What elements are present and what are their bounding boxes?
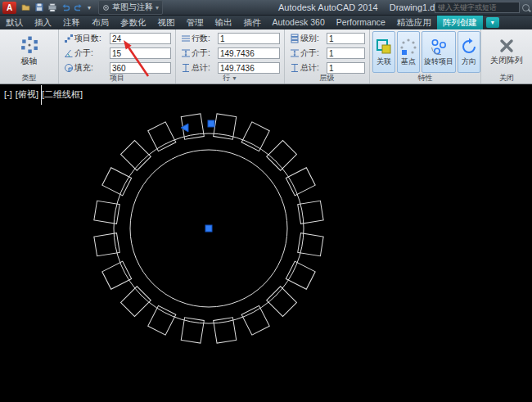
model-space[interactable]: [-] [俯视] [二维线框]: [0, 84, 532, 402]
level-total-icon: [290, 63, 300, 73]
drawing-canvas[interactable]: [0, 84, 532, 402]
tab-performance[interactable]: Performance: [331, 16, 391, 29]
workspace-selector[interactable]: 草图与注释 ▾: [98, 0, 163, 15]
viewport-controls: [-] [俯视] [二维线框]: [4, 88, 83, 101]
tab-output[interactable]: 输出: [210, 16, 238, 29]
associative-icon: [375, 38, 393, 56]
close-x-icon: [498, 38, 515, 54]
angle-between-label: 介于:: [74, 47, 110, 59]
rotate-items-button[interactable]: 旋转项目: [422, 31, 456, 73]
plot-icon[interactable]: [47, 2, 58, 13]
redo-icon[interactable]: [73, 2, 84, 13]
level-count-input[interactable]: [327, 33, 365, 44]
fill-angle-label: 填充:: [74, 62, 110, 74]
panel-rows: 行数: 介于: 总计: 行▼: [176, 29, 285, 84]
row-count-icon: [181, 34, 192, 43]
tab-featured-apps[interactable]: 精选应用: [391, 16, 437, 29]
row-spacing-icon: [181, 48, 192, 58]
associative-button[interactable]: 关联: [372, 31, 395, 73]
level-spacing-label: 介于:: [300, 47, 327, 59]
tab-autodesk360[interactable]: Autodesk 360: [267, 16, 331, 29]
workspace-label: 草图与注释: [112, 2, 153, 13]
row-total-icon: [181, 63, 192, 73]
search-icon[interactable]: [522, 4, 530, 11]
level-spacing-icon: [290, 48, 300, 58]
row-spacing-label: 介于:: [192, 47, 218, 59]
tab-parametric[interactable]: 参数化: [115, 16, 152, 29]
workspace-caret-icon: ▾: [156, 4, 159, 11]
level-total-label: 总计:: [300, 62, 327, 74]
rows-panel-caret-icon: ▼: [232, 75, 237, 81]
level-count-icon: [290, 34, 300, 43]
panel-items: 项目数: 介于: 填充: 项目: [59, 29, 176, 84]
direction-button[interactable]: 方向: [458, 31, 480, 73]
title-bar: A ▾ 草图与注释 ▾ Autodesk AutoCAD 2014Drawing…: [0, 0, 532, 16]
tab-home[interactable]: 默认: [0, 16, 29, 29]
polar-array-label: 极轴: [21, 56, 38, 67]
angle-between-icon: [64, 48, 74, 58]
tab-insert[interactable]: 插入: [29, 16, 57, 29]
panel-type: 极轴 类型: [0, 29, 59, 84]
qat-menu-caret-icon[interactable]: ▾: [88, 4, 91, 11]
array-grip-square[interactable]: [205, 225, 212, 232]
infocenter-search-input[interactable]: [435, 2, 520, 13]
crosshair-cursor: [41, 85, 42, 105]
direction-icon: [460, 38, 478, 56]
base-point-button[interactable]: 基点: [397, 31, 420, 73]
panel-title-items: 项目: [59, 73, 175, 84]
item-count-label: 项目数:: [74, 33, 110, 44]
base-point-icon: [399, 38, 417, 56]
panel-close: 关闭阵列 关闭: [481, 29, 532, 84]
ribbon-display-button[interactable]: ▾: [486, 17, 499, 28]
level-spacing-input[interactable]: [327, 47, 365, 59]
row-count-input[interactable]: [218, 33, 280, 44]
viewport-menu-control[interactable]: [-]: [4, 89, 12, 99]
workspace-icon: [102, 4, 110, 11]
row-spacing-input[interactable]: [218, 47, 280, 59]
polar-array-button[interactable]: 极轴: [6, 31, 53, 72]
panel-title-rows[interactable]: 行▼: [176, 73, 284, 84]
row-total-input[interactable]: [218, 62, 280, 74]
panel-title-levels: 层级: [285, 73, 369, 84]
angle-between-input[interactable]: [110, 47, 171, 59]
window-title: Autodesk AutoCAD 2014Drawing1.dwg: [278, 2, 446, 12]
row-total-label: 总计:: [192, 62, 218, 74]
undo-icon[interactable]: [60, 2, 71, 13]
view-control[interactable]: [俯视]: [16, 89, 38, 99]
fill-angle-input[interactable]: [110, 62, 171, 74]
tab-manage[interactable]: 管理: [181, 16, 210, 29]
panel-title-type: 类型: [0, 73, 58, 84]
array-grip-square[interactable]: [208, 120, 214, 127]
level-total-input[interactable]: [327, 62, 365, 74]
fill-angle-icon: [64, 63, 74, 73]
item-count-icon: [64, 34, 74, 43]
app-title: Autodesk AutoCAD 2014: [278, 2, 378, 12]
level-count-label: 级别:: [300, 33, 327, 44]
tab-annotate[interactable]: 注释: [57, 16, 86, 29]
autocad-window: A ▾ 草图与注释 ▾ Autodesk AutoCAD 2014Drawing…: [0, 0, 532, 402]
panel-title-properties: 特性: [370, 73, 480, 84]
tab-layout[interactable]: 布局: [86, 16, 115, 29]
polar-array-icon: [20, 36, 38, 54]
open-file-icon[interactable]: [20, 2, 32, 13]
ribbon: 极轴 类型 项目数: 介于:: [0, 29, 532, 84]
ribbon-tab-bar: 默认 插入 注释 布局 参数化 视图 管理 输出 插件 Autodesk 360…: [0, 16, 532, 29]
visual-style-control[interactable]: [二维线框]: [42, 89, 83, 99]
panel-properties: 关联 基点 旋转项目 方向 特性: [370, 29, 481, 84]
panel-title-close: 关闭: [481, 73, 532, 84]
app-menu-button[interactable]: A: [2, 2, 16, 14]
row-count-label: 行数:: [192, 33, 218, 44]
rotate-items-icon: [430, 38, 448, 56]
tab-view[interactable]: 视图: [152, 16, 181, 29]
tab-array-creation[interactable]: 阵列创建: [437, 16, 483, 29]
close-array-button[interactable]: 关闭阵列: [485, 31, 529, 72]
item-count-input[interactable]: [110, 33, 171, 44]
save-icon[interactable]: [34, 2, 45, 13]
tab-plugins[interactable]: 插件: [238, 16, 267, 29]
panel-levels: 级别: 介于: 总计: 层级: [285, 29, 370, 84]
